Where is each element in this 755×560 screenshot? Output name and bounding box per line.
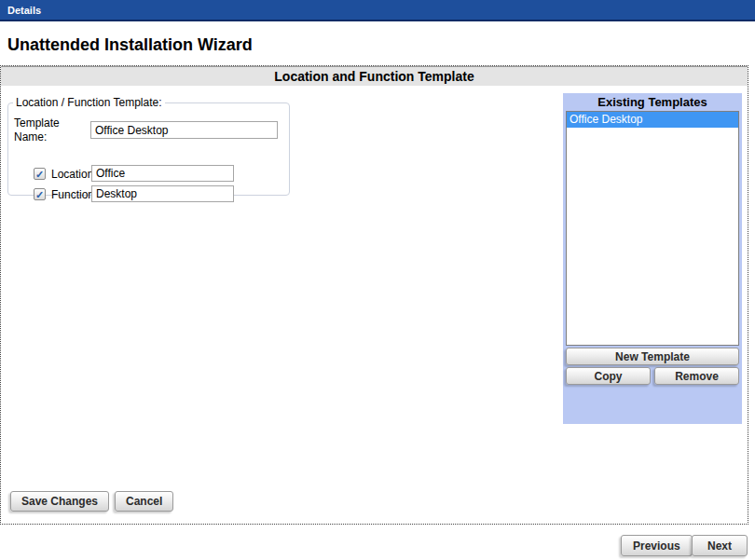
existing-templates-panel: Existing Templates Office Desktop New Te… [563, 93, 742, 424]
location-function-fieldset: Location / Function Template: Template N… [7, 96, 290, 196]
titlebar-label: Details [7, 5, 41, 16]
function-label: Function [51, 188, 94, 201]
location-input[interactable] [91, 165, 234, 182]
template-name-input[interactable] [90, 121, 278, 139]
location-label: Location [51, 168, 93, 181]
save-changes-button[interactable]: Save Changes [10, 491, 109, 512]
function-checkbox[interactable]: ✓ [34, 188, 46, 200]
checkmark-icon: ✓ [35, 189, 44, 200]
templates-listbox[interactable]: Office Desktop [566, 111, 739, 346]
list-item[interactable]: Office Desktop [567, 112, 738, 128]
page: Details Unattended Installation Wizard L… [0, 0, 755, 560]
previous-button[interactable]: Previous [621, 535, 693, 556]
section-header: Location and Function Template [1, 66, 748, 86]
existing-templates-header: Existing Templates [563, 93, 742, 109]
main-panel: Location and Function Template Location … [0, 65, 748, 525]
page-title: Unattended Installation Wizard [7, 35, 253, 55]
template-name-label: Template Name: [14, 116, 72, 144]
new-template-button[interactable]: New Template [566, 348, 739, 365]
fieldset-legend: Location / Function Template: [13, 96, 165, 109]
cancel-button[interactable]: Cancel [115, 491, 173, 512]
copy-button[interactable]: Copy [566, 367, 651, 385]
remove-button[interactable]: Remove [654, 367, 739, 385]
next-button[interactable]: Next [692, 535, 748, 556]
function-input[interactable] [91, 185, 234, 202]
titlebar: Details [0, 0, 755, 21]
location-checkbox[interactable]: ✓ [34, 168, 46, 180]
checkmark-icon: ✓ [35, 169, 44, 180]
